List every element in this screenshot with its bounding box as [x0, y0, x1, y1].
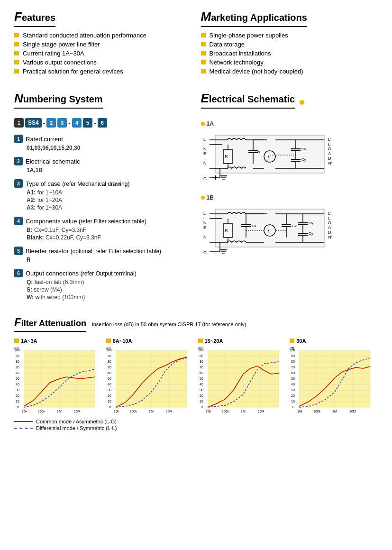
marketing-list: Single-phase power supplies Data storage… [201, 32, 378, 75]
svg-text:E: E [203, 151, 206, 156]
chart-bullet-2 [106, 339, 111, 343]
num-badge-6: 6 [14, 269, 23, 277]
svg-text:L: L [203, 137, 206, 142]
svg-text:20: 20 [291, 394, 295, 397]
svg-text:100: 100 [198, 348, 204, 352]
svg-text:30: 30 [108, 388, 111, 392]
dash-2: - [68, 119, 71, 127]
bullet-icon [14, 42, 19, 46]
num-item-sub-6b: S: screw (M4) [27, 286, 191, 293]
svg-text:30: 30 [291, 388, 295, 392]
badge-ss4: SS4 [25, 118, 42, 128]
bullet-icon [14, 51, 19, 55]
bullet-icon [201, 69, 206, 73]
svg-text:70: 70 [291, 366, 295, 369]
svg-text:O: O [328, 220, 331, 225]
svg-text:70: 70 [108, 366, 111, 369]
svg-text:50: 50 [108, 377, 111, 380]
chart-bullet-1 [14, 339, 19, 343]
svg-text:60: 60 [108, 371, 111, 375]
svg-text:100k: 100k [38, 410, 46, 413]
legend-differential-mode: Differential mode / Symmetric (L-L) [14, 425, 378, 431]
svg-text:A: A [328, 151, 331, 156]
svg-text:20: 20 [108, 394, 111, 397]
num-item-sub-3c: A3: for 1~30A [27, 204, 191, 211]
svg-text:0: 0 [292, 405, 294, 409]
svg-text:R: R [225, 154, 228, 159]
marketing-item: Medical device (not body-coupled) [201, 68, 378, 75]
svg-text:80: 80 [291, 360, 295, 363]
chart-bullet-4 [290, 339, 294, 343]
chart-30a: 30A dB [290, 338, 378, 415]
chart-6a10a: 6A~10A dB [106, 338, 194, 415]
svg-text:L: L [328, 142, 330, 147]
marketing-title: Marketing Applications [201, 9, 307, 27]
features-title: Features [14, 9, 55, 27]
svg-text:90: 90 [291, 354, 295, 358]
svg-text:D: D [328, 156, 331, 161]
svg-text:R: R [225, 228, 228, 233]
num-item-sub-3a: A1: for 1~10A [27, 189, 191, 196]
dash-3: - [94, 119, 96, 127]
marketing-item: Network technology [201, 59, 378, 66]
svg-text:N: N [203, 161, 207, 165]
svg-text:20: 20 [200, 394, 203, 397]
svg-text:1M: 1M [57, 410, 62, 413]
svg-text:A: A [328, 225, 331, 230]
svg-text:10: 10 [200, 400, 203, 403]
filter-title: Filter Attenuation [14, 316, 86, 332]
svg-text:30: 30 [16, 388, 19, 392]
num-badge-2: 2 [14, 157, 23, 165]
svg-text:E: E [203, 225, 206, 230]
svg-text:L': L' [328, 137, 331, 142]
svg-text:10M: 10M [258, 410, 264, 413]
svg-text:100k: 100k [130, 410, 137, 413]
marketing-item: Single-phase power supplies [201, 32, 378, 39]
bullet-icon [14, 33, 19, 37]
numbering-title: Numbering System [14, 91, 103, 109]
bullet-icon [14, 69, 19, 73]
numbering-badge-row: 1 SS4 - 2 3 - 4 5 - 6 [14, 118, 191, 128]
svg-text:100: 100 [14, 348, 20, 352]
svg-text:70: 70 [200, 366, 203, 369]
svg-text:10k: 10k [297, 410, 303, 413]
charts-row: 1A~3A dB [14, 338, 378, 415]
features-section: Features Standard conducted attenuation … [14, 9, 191, 77]
num-item-sub-4b: Blank: Cx=0.22uF, Cy=3.3nF [27, 234, 191, 241]
marketing-item: Broadcast installations [201, 50, 378, 57]
svg-text:L': L' [328, 211, 331, 216]
svg-text:80: 80 [108, 360, 111, 363]
svg-text:90: 90 [16, 354, 19, 358]
schematic-dot-icon [300, 100, 304, 105]
num-item-sub-2: 1A,1B [27, 167, 191, 174]
chart-svg-3: dB [198, 345, 281, 413]
svg-text:L: L [268, 229, 270, 233]
svg-text:I: I [203, 216, 205, 220]
features-list: Standard conducted attenuation performan… [14, 32, 191, 75]
svg-text:1M: 1M [332, 410, 337, 413]
svg-text:Cy: Cy [301, 147, 306, 151]
chart-legend: Common mode / Asymmetric (L-G) Different… [14, 419, 378, 431]
marketing-item: Data storage [201, 41, 378, 48]
svg-text:I: I [203, 142, 205, 147]
dot-1b-icon [201, 196, 205, 200]
svg-text:Cy: Cy [309, 231, 313, 236]
bullet-icon [201, 42, 206, 46]
chart-svg-1: dB [14, 345, 97, 413]
schematic-1a-label: 1A [201, 120, 214, 127]
circuit-1a-svg: L I N E L' L O A D N N' G R [201, 130, 343, 187]
svg-text:N': N' [328, 235, 332, 239]
svg-rect-0 [215, 135, 324, 173]
badge-5: 5 [83, 118, 92, 128]
svg-text:40: 40 [16, 383, 19, 386]
svg-text:G: G [203, 176, 207, 181]
svg-text:40: 40 [108, 383, 111, 386]
legend-solid-line [14, 421, 33, 422]
svg-text:90: 90 [200, 354, 203, 358]
circuit-1b-svg: L I N E L' L O A D N N' G R [201, 204, 343, 261]
num-badge-4: 4 [14, 217, 23, 225]
svg-rect-53 [215, 209, 324, 247]
legend-dashed-line [14, 428, 33, 429]
svg-text:60: 60 [16, 371, 19, 375]
marketing-section: Marketing Applications Single-phase powe… [201, 9, 378, 77]
